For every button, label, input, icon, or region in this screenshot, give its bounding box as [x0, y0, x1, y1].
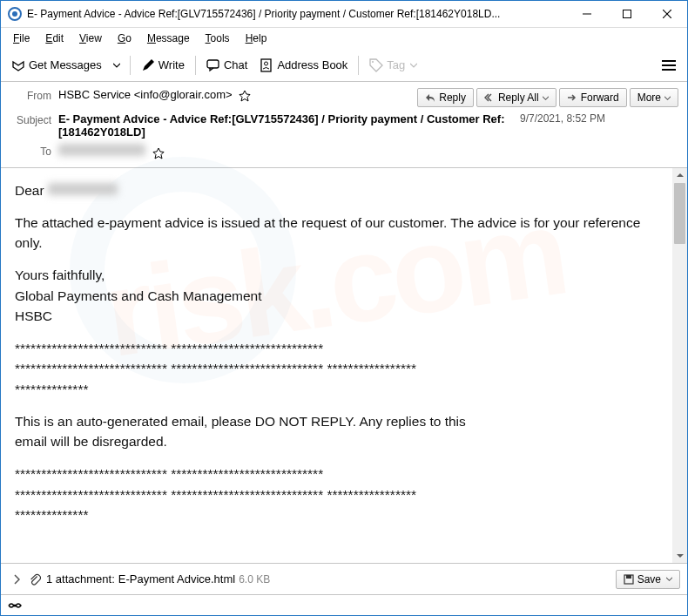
- scroll-thumb[interactable]: [674, 183, 685, 244]
- forward-icon: [567, 92, 577, 103]
- minimize-button[interactable]: [567, 1, 607, 27]
- save-icon: [624, 574, 634, 585]
- from-value: HSBC Service <info@glorair.com>: [58, 88, 417, 102]
- close-button[interactable]: [647, 1, 687, 27]
- forward-button[interactable]: Forward: [559, 88, 627, 107]
- body-text: Global Payments and Cash Management: [15, 288, 261, 303]
- scrollbar[interactable]: [672, 168, 687, 563]
- message-body: risk.com Dear The attached e-payment adv…: [1, 168, 672, 563]
- titlebar: E- Payment Advice - Advice Ref:[GLV71557…: [1, 1, 687, 28]
- svg-rect-14: [626, 575, 631, 579]
- subject-label: Subject: [10, 112, 58, 126]
- attachment-bar: 1 attachment: E-Payment Advice.html 6.0 …: [1, 563, 687, 594]
- inbox-icon: [11, 58, 25, 72]
- reply-all-button[interactable]: Reply All: [476, 88, 556, 107]
- window-title: E- Payment Advice - Advice Ref:[GLV71557…: [27, 8, 567, 20]
- scroll-up-button[interactable]: [672, 168, 687, 183]
- address-book-button[interactable]: Address Book: [254, 55, 353, 76]
- svg-point-15: [14, 604, 17, 606]
- attachment-size: 6.0 KB: [239, 573, 270, 586]
- maximize-button[interactable]: [607, 1, 647, 27]
- body-separator: ***************************** **********…: [15, 466, 323, 481]
- tag-label: Tag: [387, 58, 405, 71]
- app-menu-button[interactable]: [656, 54, 682, 77]
- menubar: File Edit View Go Message Tools Help: [1, 28, 687, 49]
- body-separator: **************: [15, 382, 88, 396]
- chat-icon: [206, 58, 220, 72]
- hamburger-icon: [662, 59, 676, 71]
- reply-all-label: Reply All: [498, 91, 539, 104]
- tag-icon: [369, 58, 383, 72]
- menu-help[interactable]: Help: [239, 30, 274, 46]
- svg-point-9: [372, 61, 374, 63]
- body-text: This is an auto-generated email, please …: [15, 414, 466, 429]
- to-label: To: [10, 144, 58, 158]
- body-paragraph: The attached e-payment advice is issued …: [15, 213, 658, 254]
- get-messages-label: Get Messages: [29, 58, 102, 71]
- to-value: [58, 144, 678, 159]
- more-label: More: [637, 91, 661, 104]
- body-text: HSBC: [15, 308, 52, 323]
- body-separator: **************: [15, 507, 88, 522]
- scroll-track[interactable]: [672, 183, 687, 548]
- attachment-filename[interactable]: E-Payment Advice.html: [118, 572, 235, 586]
- reply-all-icon: [484, 92, 495, 103]
- save-label: Save: [637, 573, 661, 586]
- to-address-redacted: [58, 144, 145, 156]
- body-separator: ***************************** **********…: [15, 341, 323, 355]
- forward-label: Forward: [581, 91, 619, 104]
- connection-icon[interactable]: [8, 599, 22, 612]
- more-button[interactable]: More: [630, 88, 678, 107]
- menu-file[interactable]: File: [6, 30, 37, 46]
- scroll-down-button[interactable]: [672, 548, 687, 563]
- separator: [195, 56, 196, 75]
- chat-label: Chat: [224, 58, 247, 71]
- message-headers: From HSBC Service <info@glorair.com> Rep…: [1, 82, 687, 168]
- svg-rect-3: [624, 10, 631, 18]
- subject-value: E- Payment Advice - Advice Ref:[GLV71557…: [58, 112, 511, 139]
- save-attachment-button[interactable]: Save: [616, 570, 680, 589]
- attachment-count: 1 attachment:: [46, 572, 115, 586]
- addressbook-icon: [260, 58, 273, 72]
- menu-view[interactable]: View: [72, 30, 109, 46]
- star-icon[interactable]: [239, 90, 251, 102]
- paperclip-icon: [29, 573, 41, 586]
- reply-icon: [425, 92, 435, 103]
- chevron-right-icon: [13, 574, 20, 585]
- tag-button[interactable]: Tag: [364, 55, 422, 76]
- status-bar: [1, 594, 687, 615]
- menu-go[interactable]: Go: [111, 30, 138, 46]
- menu-tools[interactable]: Tools: [199, 30, 237, 46]
- body-separator: ***************************** **********…: [15, 361, 416, 376]
- reply-button[interactable]: Reply: [417, 88, 474, 107]
- toolbar: Get Messages Write Chat Address Book Tag: [1, 49, 687, 82]
- write-button[interactable]: Write: [136, 55, 190, 76]
- message-date: 9/7/2021, 8:52 PM: [511, 112, 605, 125]
- write-label: Write: [159, 58, 185, 71]
- chat-button[interactable]: Chat: [201, 55, 253, 76]
- reply-label: Reply: [439, 91, 466, 104]
- body-text: email will be disregarded.: [15, 434, 167, 449]
- body-greeting: Dear: [15, 183, 44, 198]
- address-book-label: Address Book: [277, 58, 347, 71]
- body-separator: ***************************** **********…: [15, 487, 416, 502]
- body-text: Yours faithfully,: [15, 267, 105, 282]
- pencil-icon: [141, 58, 155, 72]
- menu-edit[interactable]: Edit: [38, 30, 71, 46]
- svg-point-8: [265, 62, 268, 65]
- svg-point-1: [12, 11, 17, 17]
- menu-message[interactable]: Message: [140, 30, 197, 46]
- get-messages-button[interactable]: Get Messages: [6, 55, 107, 76]
- separator: [358, 56, 359, 75]
- get-messages-dropdown[interactable]: [109, 54, 125, 77]
- star-icon[interactable]: [152, 147, 165, 159]
- recipient-name-redacted: [48, 183, 118, 195]
- svg-rect-6: [207, 60, 219, 68]
- app-icon: [8, 7, 22, 21]
- from-label: From: [10, 88, 58, 102]
- attachment-expand-button[interactable]: [8, 574, 25, 585]
- separator: [130, 56, 131, 75]
- from-address[interactable]: HSBC Service <info@glorair.com>: [58, 88, 233, 101]
